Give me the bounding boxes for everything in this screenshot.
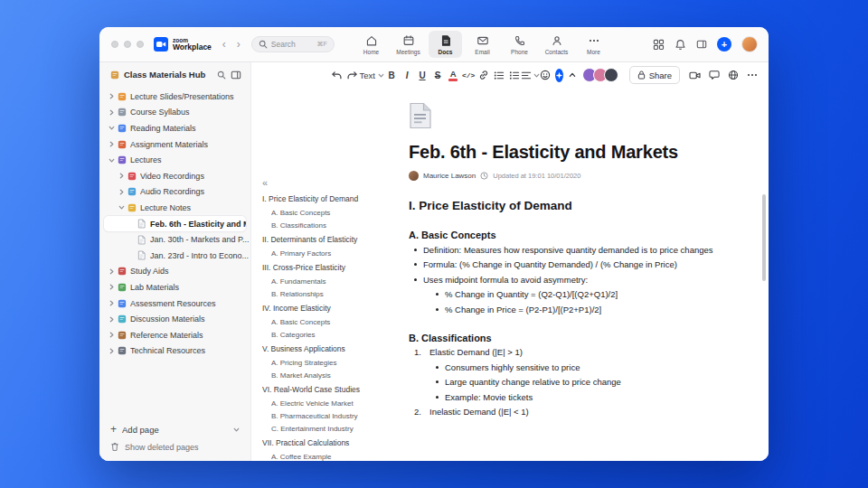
more-options-icon[interactable]: [747, 73, 758, 77]
nav-tab-more[interactable]: More: [577, 31, 610, 58]
outline-item[interactable]: V. Business Applications: [262, 344, 400, 353]
link-button[interactable]: [478, 67, 490, 83]
sidebar-page-item[interactable]: Jan. 23rd - Intro to Econo...: [99, 248, 250, 264]
sidebar-search-icon[interactable]: [217, 70, 226, 80]
text-style-select[interactable]: Text: [362, 67, 382, 83]
outline-item[interactable]: A. Fundamentals: [271, 277, 400, 286]
chevron-right-icon[interactable]: [107, 300, 116, 306]
sidebar-folder-item[interactable]: Assessment Resources: [99, 296, 250, 312]
outline-item[interactable]: III. Cross-Price Elasticity: [262, 263, 400, 272]
comments-icon[interactable]: [709, 70, 720, 80]
document-canvas[interactable]: « I. Price Elasticity of DemandA. Basic …: [251, 88, 769, 461]
chevron-right-icon[interactable]: [107, 109, 116, 116]
sidebar-folder-item[interactable]: Technical Resources: [99, 343, 250, 360]
nav-tab-email[interactable]: Email: [466, 31, 499, 58]
outline-item[interactable]: B. Categories: [271, 331, 400, 339]
chevron-right-icon[interactable]: [107, 332, 116, 338]
outline-item[interactable]: B. Pharmaceutical Industry: [271, 412, 400, 420]
nav-tab-phone[interactable]: Phone: [503, 31, 536, 58]
global-search-input[interactable]: Search ⌘F: [251, 36, 335, 52]
chevron-right-icon[interactable]: [117, 173, 126, 179]
close-window-button[interactable]: [111, 41, 118, 48]
chevron-right-icon[interactable]: [107, 284, 116, 290]
sidebar-folder-item[interactable]: Assignment Materials: [99, 136, 250, 153]
add-page-button[interactable]: + Add page: [110, 424, 240, 435]
share-button[interactable]: Share: [629, 66, 680, 84]
sidebar-folder-item[interactable]: Discussion Materials: [99, 311, 250, 327]
sidebar-folder-item[interactable]: Reading Materials: [99, 120, 250, 136]
nav-tab-docs[interactable]: Docs: [429, 31, 462, 58]
chevron-right-icon[interactable]: [107, 93, 116, 99]
sidebar-folder-item[interactable]: Lectures: [99, 152, 250, 168]
chevron-right-icon[interactable]: [107, 348, 116, 354]
sidebar-folder-item[interactable]: Lecture Notes: [99, 200, 250, 216]
outline-item[interactable]: I. Price Elasticity of Demand: [262, 194, 400, 203]
sidebar-page-item[interactable]: Jan. 30th - Markets and P...: [99, 231, 250, 248]
chevron-right-icon[interactable]: [117, 189, 126, 195]
redo-button[interactable]: [346, 67, 358, 83]
nav-tab-contacts[interactable]: Contacts: [540, 31, 573, 58]
nav-tab-meetings[interactable]: Meetings: [392, 31, 425, 58]
outline-item[interactable]: A. Basic Concepts: [271, 318, 400, 326]
sidebar-page-item[interactable]: Feb. 6th - Elasticity and M...: [104, 216, 246, 232]
notifications-icon[interactable]: [675, 39, 686, 51]
chevron-right-icon[interactable]: [107, 268, 116, 275]
maximize-window-button[interactable]: [137, 41, 144, 48]
language-icon[interactable]: [728, 70, 739, 80]
outline-item[interactable]: B. Relationships: [271, 290, 400, 298]
collaborator-avatar[interactable]: [604, 68, 618, 82]
sidebar-folder-item[interactable]: Reference Materials: [99, 327, 250, 343]
sidebar-folder-item[interactable]: Video Recordings: [99, 168, 250, 184]
italic-button[interactable]: I: [401, 67, 413, 83]
sidebar-folder-item[interactable]: Audio Recordings: [99, 184, 250, 201]
sidebar-folder-item[interactable]: Lecture Slides/Presentations: [99, 89, 250, 105]
sidebar-folder-item[interactable]: Study Aids: [99, 264, 250, 280]
chevron-down-icon[interactable]: [107, 125, 116, 131]
numbered-list-button[interactable]: [509, 67, 521, 83]
show-deleted-pages-button[interactable]: Show deleted pages: [110, 442, 240, 452]
align-button[interactable]: [524, 67, 536, 83]
nav-tab-home[interactable]: Home: [354, 31, 388, 58]
sidebar-folder-item[interactable]: Lab Materials: [99, 279, 250, 296]
chevron-down-icon[interactable]: [107, 157, 116, 164]
outline-item[interactable]: IV. Income Elasticity: [262, 304, 400, 313]
outline-item[interactable]: VI. Real-World Case Studies: [262, 385, 400, 394]
forward-button[interactable]: ›: [237, 39, 241, 50]
document-content[interactable]: I. Price Elasticity of DemandA. Basic Co…: [409, 199, 758, 418]
document-scrollbar[interactable]: [762, 194, 766, 281]
chevron-right-icon[interactable]: [107, 316, 116, 323]
document-title[interactable]: Feb. 6th - Elasticity and Markets: [409, 142, 758, 163]
outline-item[interactable]: B. Classifications: [271, 221, 400, 230]
toggle-panel-icon[interactable]: [696, 39, 707, 50]
collapse-outline-icon[interactable]: «: [262, 178, 400, 188]
bullet-list-button[interactable]: [494, 67, 505, 83]
sidebar-folder-item[interactable]: Course Syllabus: [99, 105, 250, 121]
emoji-button[interactable]: [540, 67, 552, 83]
video-call-icon[interactable]: [689, 70, 701, 80]
code-button[interactable]: </>: [463, 67, 475, 83]
text-color-button[interactable]: A: [448, 67, 459, 83]
user-avatar[interactable]: [741, 36, 758, 52]
sidebar-collapse-icon[interactable]: [231, 70, 241, 80]
minimize-window-button[interactable]: [124, 41, 131, 48]
outline-item[interactable]: C. Entertainment Industry: [271, 425, 400, 433]
undo-button[interactable]: [331, 67, 343, 83]
outline-item[interactable]: A. Electric Vehicle Market: [271, 399, 400, 408]
collapse-toolbar-button[interactable]: [567, 67, 579, 83]
chevron-right-icon[interactable]: [107, 141, 116, 147]
new-button[interactable]: +: [717, 37, 731, 52]
ai-companion-button[interactable]: [555, 69, 563, 82]
strikethrough-button[interactable]: S: [432, 67, 444, 83]
outline-item[interactable]: A. Basic Concepts: [271, 209, 400, 217]
outline-item[interactable]: A. Pricing Strategies: [271, 359, 400, 367]
underline-button[interactable]: U: [417, 67, 429, 83]
chevron-down-icon[interactable]: [117, 204, 126, 211]
apps-icon[interactable]: [653, 39, 665, 51]
bold-button[interactable]: B: [386, 67, 398, 83]
back-button[interactable]: ‹: [222, 39, 226, 50]
outline-item[interactable]: VII. Practical Calculations: [262, 438, 400, 447]
chevron-down-icon[interactable]: [233, 427, 240, 433]
outline-item[interactable]: II. Determinants of Elasticity: [262, 235, 400, 244]
outline-item[interactable]: B. Market Analysis: [271, 371, 400, 380]
outline-item[interactable]: A. Coffee Example: [271, 453, 400, 461]
